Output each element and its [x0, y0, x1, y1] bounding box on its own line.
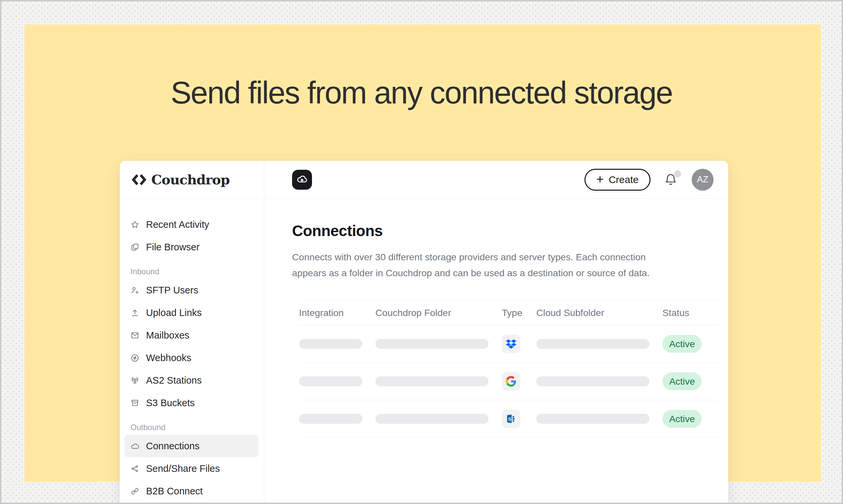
column-header-type: Type: [502, 307, 536, 318]
sidebar-item-mailboxes[interactable]: Mailboxes: [124, 324, 259, 346]
column-header-couchdrop-folder: Couchdrop Folder: [375, 307, 502, 318]
main-area: + Create AZ Connections Connects with ov…: [264, 161, 728, 504]
sidebar-item-label: File Browser: [146, 242, 200, 253]
diamond-chevrons-icon: [132, 174, 147, 185]
sidebar-item-as2-stations[interactable]: AS2 Stations: [124, 369, 259, 392]
sidebar-section-inbound: Inbound: [124, 267, 259, 276]
app-window: Couchdrop Recent Activity File Browser I…: [120, 161, 728, 504]
page-title: Connections: [292, 222, 718, 240]
notification-dot: [674, 170, 681, 177]
webhook-icon: [131, 354, 139, 362]
google-icon: [506, 376, 516, 386]
sidebar-item-recent-activity[interactable]: Recent Activity: [124, 213, 259, 236]
files-icon: [131, 243, 139, 252]
integration-placeholder: [299, 339, 362, 349]
sidebar-nav: Recent Activity File Browser Inbound SFT…: [120, 199, 264, 502]
cloud-icon: [131, 442, 139, 451]
column-header-cloud-subfolder: Cloud Subfolder: [536, 307, 663, 318]
column-header-integration: Integration: [299, 307, 375, 318]
brand-name: Couchdrop: [151, 172, 230, 187]
sidebar-item-file-browser[interactable]: File Browser: [124, 236, 259, 258]
table-row[interactable]: Active: [299, 325, 719, 363]
create-button[interactable]: + Create: [584, 169, 651, 191]
topbar-right: + Create AZ: [584, 169, 713, 191]
notifications-button[interactable]: [664, 173, 678, 187]
sidebar-item-webhooks[interactable]: Webhooks: [124, 346, 259, 369]
cloud-subfolder-placeholder: [536, 414, 650, 424]
sidebar-item-s3-buckets[interactable]: S3 Buckets: [124, 392, 259, 414]
sidebar-item-connections[interactable]: Connections: [124, 435, 259, 457]
connections-page: Connections Connects with over 30 differ…: [264, 199, 728, 438]
brand-logo[interactable]: Couchdrop: [120, 161, 264, 199]
sidebar-item-label: Connections: [146, 441, 200, 452]
column-header-status: Status: [663, 307, 719, 318]
status-badge: Active: [663, 410, 702, 428]
sidebar-item-label: AS2 Stations: [146, 375, 202, 386]
sharepoint-icon: S: [506, 413, 516, 424]
status-badge: Active: [663, 335, 702, 353]
sidebar-item-label: Mailboxes: [146, 330, 190, 341]
sidebar-item-label: Recent Activity: [146, 219, 209, 230]
user-plus-icon: [131, 286, 139, 295]
upload-icon: [131, 308, 139, 317]
sidebar-item-b2b-connect[interactable]: B2B Connect: [124, 480, 259, 502]
share-icon: [131, 464, 139, 473]
sidebar-item-label: SFTP Users: [146, 285, 198, 296]
hero-headline: Send files from any connected storage: [1, 75, 842, 111]
connections-table: Integration Couchdrop Folder Type Cloud …: [292, 300, 719, 438]
sidebar-item-upload-links[interactable]: Upload Links: [124, 301, 259, 324]
integration-type-tile: S: [502, 410, 520, 428]
antenna-icon: [131, 376, 139, 385]
sidebar-item-label: S3 Buckets: [146, 398, 195, 409]
mail-icon: [131, 331, 139, 340]
plus-icon: +: [597, 173, 604, 185]
cloud-upload-icon: [296, 174, 308, 186]
page-description: Connects with over 30 different storage …: [292, 249, 718, 281]
topbar: + Create AZ: [264, 161, 728, 199]
dropbox-icon: [506, 339, 516, 349]
table-row[interactable]: S Active: [299, 400, 719, 438]
sidebar-item-label: Send/Share Files: [146, 463, 220, 474]
status-badge: Active: [663, 372, 702, 390]
sidebar-item-label: Upload Links: [146, 307, 202, 318]
table-header-row: Integration Couchdrop Folder Type Cloud …: [299, 300, 719, 325]
table-row[interactable]: Active: [299, 363, 719, 400]
integration-type-tile: [502, 335, 520, 353]
cloud-subfolder-placeholder: [536, 339, 650, 349]
sidebar-item-label: Webhooks: [146, 353, 191, 363]
cloud-upload-app-button[interactable]: [292, 170, 312, 190]
integration-placeholder: [299, 376, 362, 386]
avatar[interactable]: AZ: [692, 169, 713, 191]
sidebar-item-sftp-users[interactable]: SFTP Users: [124, 279, 259, 301]
couchdrop-folder-placeholder: [375, 414, 488, 424]
archive-box-icon: [131, 399, 139, 408]
star-icon: [131, 220, 139, 229]
sidebar: Couchdrop Recent Activity File Browser I…: [120, 161, 264, 504]
svg-text:S: S: [508, 416, 511, 422]
sidebar-item-send-share-files[interactable]: Send/Share Files: [124, 457, 259, 480]
sidebar-item-label: B2B Connect: [146, 486, 203, 497]
integration-type-tile: [502, 372, 520, 391]
couchdrop-folder-placeholder: [375, 376, 488, 386]
integration-placeholder: [299, 414, 362, 424]
marketing-canvas: Send files from any connected storage Co…: [0, 0, 843, 504]
link-icon: [131, 487, 139, 496]
couchdrop-folder-placeholder: [375, 339, 488, 349]
cloud-subfolder-placeholder: [536, 376, 650, 386]
sidebar-section-outbound: Outbound: [124, 423, 259, 432]
